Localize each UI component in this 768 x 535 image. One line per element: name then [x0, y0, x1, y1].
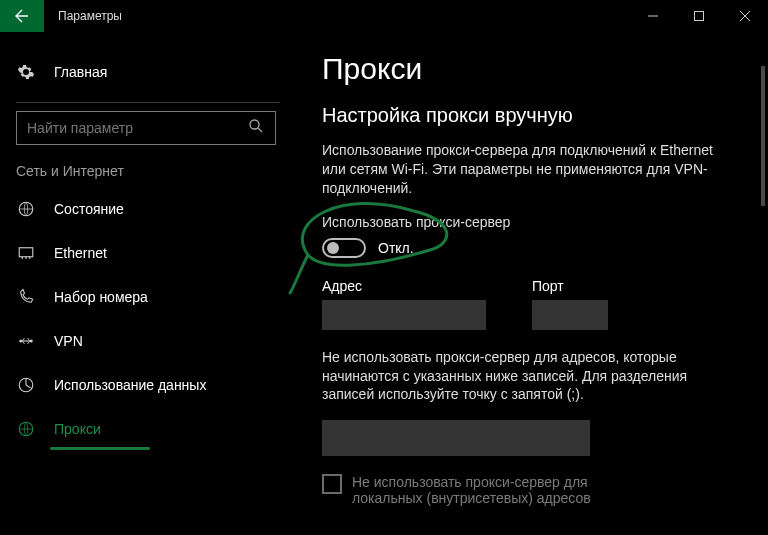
- main-panel: Прокси Настройка прокси вручную Использо…: [290, 32, 768, 535]
- use-proxy-label: Использовать прокси-сервер: [322, 214, 744, 230]
- toggle-knob: [327, 242, 339, 254]
- minimize-icon: [648, 11, 658, 21]
- dialup-icon: [16, 288, 36, 306]
- address-label: Адрес: [322, 278, 486, 294]
- port-input[interactable]: [532, 300, 608, 330]
- status-icon: [16, 200, 36, 218]
- sidebar-item-vpn[interactable]: VPN: [16, 319, 290, 363]
- dont-use-local-checkbox[interactable]: [322, 474, 342, 494]
- sidebar-item-data-usage[interactable]: Использование данных: [16, 363, 290, 407]
- search-box[interactable]: [16, 111, 280, 145]
- maximize-button[interactable]: [676, 0, 722, 32]
- arrow-left-icon: [14, 8, 30, 24]
- page-title: Прокси: [322, 52, 744, 86]
- ethernet-icon: [16, 244, 36, 262]
- svg-point-1: [250, 120, 259, 129]
- titlebar: Параметры: [0, 0, 768, 32]
- svg-rect-0: [695, 12, 704, 21]
- sidebar-item-label: Использование данных: [54, 377, 206, 393]
- sidebar-item-status[interactable]: Состояние: [16, 187, 290, 231]
- minimize-button[interactable]: [630, 0, 676, 32]
- annotation-underline: [50, 447, 150, 450]
- address-input[interactable]: [322, 300, 486, 330]
- sidebar-item-proxy[interactable]: Прокси: [16, 407, 290, 451]
- home-nav[interactable]: Главная: [16, 52, 290, 92]
- sidebar-item-label: Набор номера: [54, 289, 148, 305]
- sidebar-item-dialup[interactable]: Набор номера: [16, 275, 290, 319]
- sidebar-item-label: VPN: [54, 333, 83, 349]
- close-button[interactable]: [722, 0, 768, 32]
- bypass-description: Не использовать прокси-сервер для адресо…: [322, 348, 732, 405]
- use-proxy-toggle[interactable]: [322, 238, 366, 258]
- scrollbar[interactable]: [761, 66, 765, 206]
- maximize-icon: [694, 11, 704, 21]
- gear-icon: [16, 63, 36, 81]
- sidebar-item-label: Ethernet: [54, 245, 107, 261]
- search-input[interactable]: [16, 111, 276, 145]
- vpn-icon: [16, 332, 36, 350]
- section-title: Настройка прокси вручную: [322, 104, 744, 127]
- toggle-state-text: Откл.: [378, 240, 414, 256]
- home-label: Главная: [54, 64, 107, 80]
- data-usage-icon: [16, 376, 36, 394]
- svg-rect-3: [19, 248, 33, 257]
- window-title: Параметры: [44, 9, 122, 23]
- search-icon: [248, 118, 264, 138]
- sidebar-item-ethernet[interactable]: Ethernet: [16, 231, 290, 275]
- proxy-icon: [16, 420, 36, 438]
- back-button[interactable]: [0, 0, 44, 32]
- dont-use-local-label: Не использовать прокси-сервер для локаль…: [352, 474, 652, 506]
- divider: [16, 102, 280, 103]
- sidebar-item-label: Прокси: [54, 421, 101, 437]
- close-icon: [740, 11, 750, 21]
- section-description: Использование прокси-сервера для подключ…: [322, 141, 732, 198]
- sidebar-item-label: Состояние: [54, 201, 124, 217]
- section-heading: Сеть и Интернет: [16, 163, 290, 179]
- bypass-input[interactable]: [322, 420, 590, 456]
- port-label: Порт: [532, 278, 608, 294]
- sidebar: Главная Сеть и Интернет Состояние Ethern…: [0, 32, 290, 535]
